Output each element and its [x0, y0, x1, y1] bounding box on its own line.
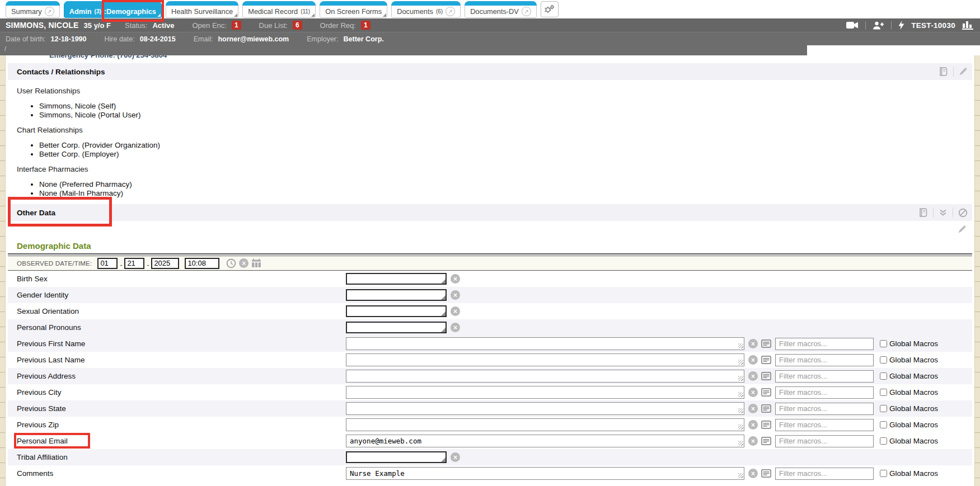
filter-macros-input[interactable]	[775, 338, 874, 350]
macro-list-icon[interactable]	[761, 356, 771, 364]
hire-date-label: Hire date:	[105, 35, 135, 43]
tab-settings-button[interactable]	[541, 1, 559, 17]
lightning-bolt-icon[interactable]	[898, 21, 904, 30]
clear-circle-icon[interactable]: ×	[748, 404, 758, 413]
video-camera-icon[interactable]	[846, 21, 859, 29]
observed-datetime-label: OBSERVED DATE/TIME:	[17, 260, 92, 267]
observed-year-input[interactable]	[151, 258, 179, 269]
book-icon[interactable]	[938, 67, 948, 76]
macro-list-icon[interactable]	[761, 469, 771, 478]
tab-on-screen-forms[interactable]: On Screen Forms	[320, 1, 387, 18]
form-row-previous-city: Previous City × Global Macros	[8, 384, 972, 400]
open-enc-badge[interactable]: 1	[232, 21, 241, 30]
clear-circle-icon[interactable]: ×	[451, 452, 460, 462]
book-icon[interactable]	[918, 208, 928, 217]
previous-zip-textarea[interactable]	[346, 418, 744, 431]
observed-month-input[interactable]	[97, 258, 118, 269]
field-label: Previous First Name	[17, 339, 346, 348]
gender-identity-input[interactable]	[346, 289, 447, 301]
clear-circle-icon[interactable]: ×	[748, 469, 758, 478]
macro-list-icon[interactable]	[761, 421, 771, 429]
previous-first-name-textarea[interactable]	[346, 337, 744, 350]
global-macros-checkbox[interactable]	[880, 405, 887, 412]
external-link-icon[interactable]: ↗	[446, 7, 455, 16]
filter-macros-input[interactable]	[775, 403, 874, 415]
sexual-orientation-input[interactable]	[346, 305, 447, 317]
global-macros-checkbox[interactable]	[880, 421, 887, 428]
filter-macros-input[interactable]	[775, 419, 874, 431]
global-macros-checkbox[interactable]	[880, 389, 887, 396]
previous-city-textarea[interactable]	[346, 386, 744, 399]
filter-macros-input[interactable]	[775, 468, 874, 480]
tab-admin-demographics[interactable]: Admin (3) :Demographics	[64, 1, 162, 18]
clear-circle-icon[interactable]: ×	[748, 371, 758, 381]
due-list-label: Due List:	[259, 21, 288, 30]
clear-circle-icon[interactable]: ×	[451, 323, 460, 332]
pencil-icon[interactable]	[959, 67, 968, 76]
person-add-icon[interactable]	[873, 21, 884, 30]
global-macros-checkbox[interactable]	[880, 437, 887, 445]
section-title: Contacts / Relationships	[17, 68, 105, 76]
previous-address-textarea[interactable]	[346, 370, 744, 383]
observed-time-input[interactable]	[185, 258, 219, 269]
right-panel-edge[interactable]	[974, 55, 980, 486]
clear-circle-icon[interactable]: ×	[748, 355, 758, 365]
macro-list-icon[interactable]	[761, 388, 771, 397]
clear-circle-icon[interactable]: ×	[748, 388, 758, 397]
filter-macros-input[interactable]	[775, 370, 874, 383]
pencil-icon[interactable]	[958, 225, 967, 234]
macro-list-icon[interactable]	[761, 339, 771, 348]
due-list-badge[interactable]: 6	[293, 21, 302, 30]
clock-icon[interactable]	[226, 258, 236, 268]
filter-macros-input[interactable]	[775, 354, 874, 366]
clear-circle-icon[interactable]: ×	[451, 274, 460, 284]
global-macros-label: Global Macros	[889, 356, 938, 364]
global-macros-checkbox[interactable]	[880, 470, 887, 477]
filter-macros-input[interactable]	[775, 386, 874, 399]
macro-list-icon[interactable]	[761, 404, 771, 413]
previous-last-name-textarea[interactable]	[346, 353, 744, 366]
global-macros-checkbox[interactable]	[880, 340, 887, 347]
clear-circle-icon[interactable]: ×	[239, 258, 248, 268]
clear-circle-icon[interactable]: ×	[748, 420, 758, 430]
global-macros-label: Global Macros	[889, 404, 938, 413]
tab-medical-record[interactable]: Medical Record (11)	[242, 1, 316, 18]
clear-circle-icon[interactable]: ×	[748, 339, 758, 348]
personal-pronouns-input[interactable]	[346, 322, 447, 333]
external-link-icon[interactable]: ↗	[45, 7, 54, 16]
divider	[953, 67, 954, 77]
macro-list-icon[interactable]	[761, 437, 771, 445]
previous-state-textarea[interactable]	[346, 402, 744, 415]
global-macros-label: Global Macros	[889, 421, 938, 429]
global-macros-checkbox[interactable]	[880, 356, 887, 364]
order-req-badge[interactable]: 1	[361, 21, 371, 30]
macro-list-icon[interactable]	[761, 372, 771, 380]
cancel-circle-icon[interactable]	[958, 208, 968, 218]
filter-macros-input[interactable]	[775, 435, 874, 447]
emergency-phone-clipped-text: Emergency Phone: (760) 254-3804	[49, 55, 980, 59]
form-row-sexual-orientation: Sexual Orientation ×	[8, 303, 972, 319]
observed-day-input[interactable]	[124, 258, 144, 269]
gear-icon	[544, 4, 555, 14]
calendar-icon[interactable]	[251, 258, 261, 268]
external-link-icon[interactable]: ↗	[522, 7, 531, 16]
edit-row	[0, 222, 967, 237]
tab-summary[interactable]: Summary ↗	[6, 1, 60, 18]
tab-documents[interactable]: Documents (6) ↗	[391, 1, 461, 18]
clear-circle-icon[interactable]: ×	[451, 306, 460, 316]
birth-sex-input[interactable]	[346, 273, 447, 285]
double-chevron-down-icon[interactable]	[939, 209, 948, 216]
clear-circle-icon[interactable]: ×	[748, 436, 758, 446]
left-panel-edge[interactable]	[0, 55, 6, 486]
personal-email-textarea[interactable]: anyone@mieweb.com	[346, 435, 744, 447]
textarea-field	[346, 337, 744, 350]
comments-textarea[interactable]: Nurse Example	[346, 467, 744, 480]
clear-circle-icon[interactable]: ×	[451, 290, 460, 300]
global-macros-checkbox[interactable]	[880, 372, 887, 380]
tab-documents-dv[interactable]: Documents-DV ↗	[465, 1, 537, 18]
tab-health-surveillance[interactable]: Health Surveillance	[166, 1, 238, 18]
bar-chart-icon[interactable]	[962, 21, 973, 30]
hire-date-value: 08-24-2015	[140, 35, 176, 43]
tribal-affiliation-input[interactable]	[346, 451, 447, 463]
combo-field	[346, 273, 447, 285]
